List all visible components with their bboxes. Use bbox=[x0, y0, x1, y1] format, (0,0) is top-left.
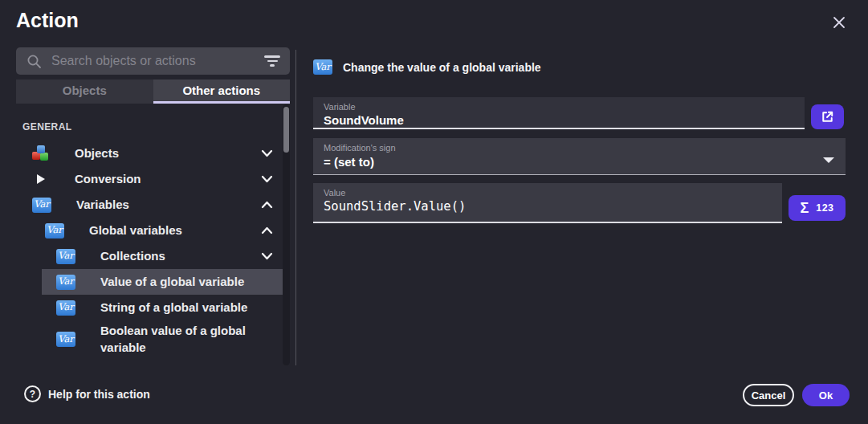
sigma-icon: Σ bbox=[800, 201, 809, 215]
tree-item-label: Value of a global variable bbox=[100, 274, 244, 290]
filter-icon[interactable] bbox=[264, 55, 280, 67]
value-field-label: Value bbox=[324, 188, 782, 198]
chevron-up-icon[interactable] bbox=[261, 226, 273, 234]
tree-item-global-variables[interactable]: Var Global variables bbox=[16, 218, 283, 243]
var-icon: Var bbox=[56, 332, 75, 347]
help-link[interactable]: ? Help for this action bbox=[24, 385, 150, 402]
expression-builder-button[interactable]: Σ 123 bbox=[789, 195, 846, 221]
open-in-new-icon bbox=[820, 109, 835, 124]
tree-item-label: Variables bbox=[76, 197, 129, 213]
chevron-down-icon[interactable] bbox=[261, 252, 273, 260]
tree-item-string-of-global-variable[interactable]: Var String of a global variable bbox=[16, 295, 283, 320]
chevron-down-icon[interactable] bbox=[261, 175, 273, 183]
open-variable-editor-button[interactable] bbox=[811, 104, 844, 129]
tab-bar: Objects Other actions bbox=[16, 80, 290, 104]
tree-item-label: String of a global variable bbox=[100, 300, 247, 316]
tree-item-boolean-of-global-variable[interactable]: Var Boolean value of a global variable bbox=[16, 320, 283, 358]
variable-field: Variable bbox=[313, 97, 805, 129]
panel-divider bbox=[295, 50, 296, 365]
tree-item-conversion[interactable]: Conversion bbox=[16, 166, 283, 192]
var-icon: Var bbox=[45, 223, 64, 238]
tree-item-collections[interactable]: Var Collections bbox=[16, 243, 283, 269]
expression-123-label: 123 bbox=[816, 202, 833, 214]
tab-other-actions[interactable]: Other actions bbox=[153, 80, 291, 104]
cancel-button[interactable]: Cancel bbox=[743, 384, 794, 406]
tree-item-label: Collections bbox=[100, 248, 165, 264]
help-icon: ? bbox=[24, 385, 41, 402]
ok-button[interactable]: Ok bbox=[802, 384, 850, 406]
tab-objects[interactable]: Objects bbox=[16, 80, 153, 104]
tree-item-objects[interactable]: Objects bbox=[16, 141, 283, 166]
tree-item-label: Conversion bbox=[75, 171, 141, 187]
tree-item-value-of-global-variable[interactable]: Var Value of a global variable bbox=[16, 269, 283, 295]
dropdown-caret-icon bbox=[823, 157, 834, 163]
objects-cubes-icon bbox=[32, 145, 50, 161]
modification-sign-select[interactable]: Modification's sign = (set to) bbox=[313, 138, 846, 175]
tree-item-label: Objects bbox=[75, 145, 119, 161]
chevron-down-icon[interactable] bbox=[261, 149, 273, 157]
value-expression-input[interactable] bbox=[324, 199, 759, 214]
modification-sign-value: = (set to) bbox=[324, 155, 846, 169]
tree-item-label: Boolean value of a global variable bbox=[100, 323, 265, 356]
search-icon bbox=[26, 54, 42, 69]
modification-sign-label: Modification's sign bbox=[324, 143, 846, 153]
variable-field-label: Variable bbox=[324, 102, 805, 112]
dialog-title: Action bbox=[16, 9, 79, 32]
action-dialog: Action Objects Other actions GENERAL Obj… bbox=[0, 0, 868, 424]
var-icon: Var bbox=[56, 300, 75, 316]
search-box bbox=[16, 47, 290, 75]
help-label: Help for this action bbox=[48, 388, 150, 401]
var-icon: Var bbox=[313, 59, 332, 75]
value-field: Value bbox=[313, 183, 782, 223]
tree-scrollbar-thumb[interactable] bbox=[283, 107, 289, 153]
close-icon[interactable] bbox=[829, 13, 849, 32]
action-header: Var Change the value of a global variabl… bbox=[313, 59, 541, 75]
section-header-general: GENERAL bbox=[22, 121, 71, 132]
var-icon: Var bbox=[56, 275, 75, 290]
action-title: Change the value of a global variable bbox=[343, 61, 541, 74]
var-icon: Var bbox=[32, 198, 51, 213]
tree-item-label: Global variables bbox=[89, 222, 182, 238]
chevron-up-icon[interactable] bbox=[261, 201, 273, 209]
var-icon: Var bbox=[56, 249, 75, 264]
tree-item-variables[interactable]: Var Variables bbox=[16, 192, 283, 218]
search-input[interactable] bbox=[50, 53, 264, 69]
actions-tree: Objects Conversion Var Variables Var Glo… bbox=[16, 141, 283, 358]
variable-input[interactable] bbox=[324, 113, 780, 127]
conversion-triangle-icon bbox=[32, 171, 50, 187]
